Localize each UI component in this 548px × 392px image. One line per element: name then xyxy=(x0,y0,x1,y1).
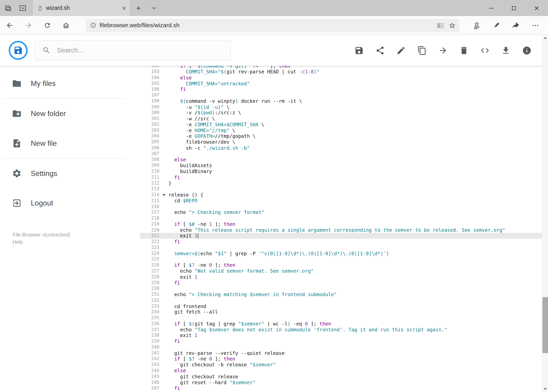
reading-view-icon[interactable] xyxy=(437,22,444,29)
sidebar-item-new-folder[interactable]: New folder xyxy=(0,99,140,128)
info-button[interactable] xyxy=(520,43,534,57)
filebrowser-logo-icon[interactable] xyxy=(9,41,28,60)
delete-button[interactable] xyxy=(457,43,471,57)
code-line-221[interactable]: 221 exit 1 xyxy=(140,233,542,239)
code-line-197[interactable]: 197 xyxy=(140,92,542,98)
more-menu-icon[interactable] xyxy=(528,18,542,32)
code-line-246[interactable]: 246 git reset --hard "$semver" xyxy=(140,379,542,385)
code-line-209[interactable]: 209 buildAssets xyxy=(140,163,542,168)
site-info-icon[interactable] xyxy=(90,22,96,28)
code-line-233[interactable]: 233 cd frontend xyxy=(140,303,542,309)
code-line-211[interactable]: 211 fi xyxy=(140,174,542,180)
code-line-222[interactable]: 222 fi xyxy=(140,239,542,245)
share-button[interactable] xyxy=(373,43,387,57)
save-button[interactable] xyxy=(352,43,366,57)
hub-favorites-icon[interactable] xyxy=(470,18,484,32)
code-line-230[interactable]: 230 xyxy=(140,286,542,292)
code-line-207[interactable]: 207 xyxy=(140,151,542,157)
code-line-243[interactable]: 243 git checkout -b release "$semver" xyxy=(140,362,542,368)
code-line-206[interactable]: 206 sh -c "./wizard.sh -b" xyxy=(140,145,542,151)
move-button[interactable] xyxy=(436,43,450,57)
tabs-you-set-aside-icon[interactable] xyxy=(19,4,26,12)
code-line-199[interactable]: 199 -u "$(id -u)" \ xyxy=(140,104,542,110)
code-line-220[interactable]: 220 echo "This release script requires a… xyxy=(140,227,542,233)
code-editor[interactable]: 192 if [ "$(command -v git)" != "" ]; th… xyxy=(140,66,542,392)
set-tabs-aside-icon[interactable] xyxy=(4,4,12,12)
code-line-213[interactable]: 213 xyxy=(140,186,542,192)
code-line-241[interactable]: 241 git rev-parse --verify --quiet relea… xyxy=(140,350,542,356)
home-button[interactable] xyxy=(56,16,75,35)
code-line-202[interactable]: 202 -e COMMIT_SHA=$COMMIT_SHA \ xyxy=(140,121,542,127)
code-line-219[interactable]: 219 if [ $# -ne 1 ]; then xyxy=(140,221,542,227)
code-line-225[interactable]: 225 xyxy=(140,256,542,262)
address-bar[interactable]: filebrowser.web/files/wizard.sh xyxy=(86,19,459,32)
code-line-196[interactable]: 196 fi xyxy=(140,86,542,92)
code-line-215[interactable]: 215 cd $REPO xyxy=(140,198,542,204)
search-box[interactable] xyxy=(35,40,231,61)
code-line-203[interactable]: 203 -e HOME="//tmp" \ xyxy=(140,127,542,133)
code-line-218[interactable]: 218 xyxy=(140,216,542,221)
rename-button[interactable] xyxy=(394,43,408,57)
copy-button[interactable] xyxy=(415,43,429,57)
code-line-198[interactable]: 198 $(command -v winpty) docker run --rm… xyxy=(140,98,542,104)
code-line-228[interactable]: 228 exit 1 xyxy=(140,274,542,280)
code-line-235[interactable]: 235 xyxy=(140,315,542,321)
search-input[interactable] xyxy=(57,47,225,54)
code-line-204[interactable]: 204 -e GOPATH=//tmp/gopath \ xyxy=(140,133,542,139)
code-line-245[interactable]: 245 git checkout release xyxy=(140,374,542,379)
sidebar-item-logout[interactable]: Logout xyxy=(0,188,140,218)
code-line-194[interactable]: 194 else xyxy=(140,75,542,81)
tab-preview-toggle-icon[interactable] xyxy=(146,0,162,16)
sidebar-item-my-files[interactable]: My files xyxy=(0,69,140,98)
browser-tab[interactable]: wizard.sh xyxy=(32,0,131,16)
new-tab-button[interactable] xyxy=(131,0,146,16)
sidebar-item-new-file[interactable]: New file xyxy=(0,128,140,158)
minimize-button[interactable] xyxy=(480,0,503,16)
code-line-192[interactable]: 192 if [ "$(command -v git)" != "" ]; th… xyxy=(140,66,542,69)
code-line-232[interactable]: 232 xyxy=(140,297,542,303)
back-button[interactable] xyxy=(0,16,19,35)
code-line-227[interactable]: 227 echo "Not valid semver format. See s… xyxy=(140,268,542,274)
code-line-200[interactable]: 200 -v /$(pwd):/src:z \ xyxy=(140,110,542,116)
code-line-237[interactable]: 237 echo "Tag $semver does not exist in … xyxy=(140,327,542,333)
close-button[interactable] xyxy=(525,0,548,16)
help-link[interactable]: Help xyxy=(13,238,140,246)
code-line-239[interactable]: 239 fi xyxy=(140,339,542,344)
code-line-223[interactable]: 223 xyxy=(140,245,542,251)
code-line-208[interactable]: 208 else xyxy=(140,157,542,163)
scrollbar-down-icon[interactable] xyxy=(542,386,548,392)
code-line-231[interactable]: 231 echo "> Checking matching $semver in… xyxy=(140,292,542,297)
scrollbar-thumb[interactable] xyxy=(542,297,548,353)
code-line-217[interactable]: 217 echo "> Checking semver format" xyxy=(140,210,542,216)
code-line-212[interactable]: 212} xyxy=(140,180,542,186)
fold-marker-icon[interactable] xyxy=(163,194,165,196)
page-scrollbar[interactable] xyxy=(542,35,548,392)
code-line-224[interactable]: 224 semver=$(echo "$1" | grep -P '^v(0|[… xyxy=(140,251,542,256)
code-line-226[interactable]: 226 if [ $? -ne 0 ]; then xyxy=(140,262,542,268)
web-note-icon[interactable] xyxy=(489,18,503,32)
code-line-205[interactable]: 205 filebrowser/dev \ xyxy=(140,139,542,145)
code-line-238[interactable]: 238 exit 1 xyxy=(140,333,542,339)
code-line-214[interactable]: 214release () { xyxy=(140,192,542,198)
code-line-193[interactable]: 193 COMMIT_SHA="$(git rev-parse HEAD | c… xyxy=(140,69,542,75)
scrollbar-up-icon[interactable] xyxy=(542,35,548,41)
code-line-240[interactable]: 240 xyxy=(140,344,542,350)
maximize-button[interactable] xyxy=(503,0,525,16)
share-icon[interactable] xyxy=(509,18,523,32)
sidebar-item-settings[interactable]: Settings xyxy=(0,158,140,188)
favorite-star-icon[interactable] xyxy=(449,22,456,29)
tab-close-icon[interactable] xyxy=(122,6,127,11)
code-line-216[interactable]: 216 xyxy=(140,204,542,210)
code-line-236[interactable]: 236 if [ $(git tag | grep "$semver" | wc… xyxy=(140,321,542,327)
code-line-244[interactable]: 244 else xyxy=(140,368,542,374)
code-line-234[interactable]: 234 git fetch --all xyxy=(140,309,542,315)
code-line-247[interactable]: 247 fi xyxy=(140,385,542,391)
code-line-229[interactable]: 229 fi xyxy=(140,280,542,286)
code-line-210[interactable]: 210 buildBinary xyxy=(140,168,542,174)
url-text[interactable]: filebrowser.web/files/wizard.sh xyxy=(100,22,437,29)
download-button[interactable] xyxy=(499,43,513,57)
code-line-195[interactable]: 195 COMMIT_SHA="untracked" xyxy=(140,81,542,86)
code-line-242[interactable]: 242 if [ $? -ne 0 ]; then xyxy=(140,356,542,362)
editor-button[interactable] xyxy=(478,43,492,57)
code-line-201[interactable]: 201 -w //src \ xyxy=(140,116,542,121)
